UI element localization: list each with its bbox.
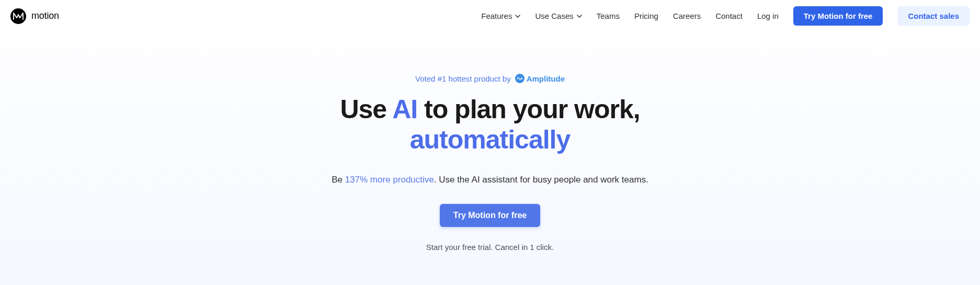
headline-automatically: automatically [410,125,571,154]
trial-text: Start your free trial. Cancel in 1 click… [0,243,980,252]
headline-ai: AI [392,95,417,124]
nav-teams-label: Teams [597,12,620,20]
subtext-suffix: . Use the AI assistant for busy people a… [434,175,648,185]
nav-careers[interactable]: Careers [673,12,701,20]
hero-try-free-button[interactable]: Try Motion for free [440,204,540,227]
nav-careers-label: Careers [673,12,701,20]
chevron-down-icon [577,15,582,18]
nav-login-label: Log in [757,12,779,20]
amplitude-text: Amplitude [527,74,565,83]
hero-cta: Try Motion for free [0,204,980,227]
try-free-button[interactable]: Try Motion for free [793,6,883,26]
nav-features-label: Features [481,12,512,20]
logo-text: motion [31,10,59,21]
chevron-down-icon [515,15,520,18]
voted-badge: Voted #1 hottest product by Amplitude [0,74,980,83]
hero-subtext: Be 137% more productive. Use the AI assi… [0,175,980,185]
hero-section: Voted #1 hottest product by Amplitude Us… [0,32,980,252]
contact-sales-button[interactable]: Contact sales [897,6,970,26]
nav-use-cases[interactable]: Use Cases [535,12,582,20]
headline-part2: to plan your work, [417,95,640,124]
nav-pricing-label: Pricing [634,12,658,20]
headline-part1: Use [340,95,392,124]
nav-features[interactable]: Features [481,12,520,20]
header: motion Features Use Cases Teams Pricing … [0,0,980,32]
nav-login[interactable]: Log in [757,12,779,20]
hero-headline: Use AI to plan your work, automatically [0,95,980,155]
nav-contact[interactable]: Contact [715,12,743,20]
subtext-prefix: Be [332,175,345,185]
amplitude-badge[interactable]: Amplitude [515,74,565,83]
nav-use-cases-label: Use Cases [535,12,573,20]
nav-teams[interactable]: Teams [597,12,620,20]
motion-logo-icon [10,8,26,24]
main-nav: Features Use Cases Teams Pricing Careers… [481,6,970,26]
amplitude-icon [515,74,525,83]
nav-contact-label: Contact [715,12,743,20]
nav-pricing[interactable]: Pricing [634,12,658,20]
logo[interactable]: motion [10,8,59,24]
voted-text: Voted #1 hottest product by [415,74,511,83]
subtext-accent: 137% more productive [345,175,434,185]
